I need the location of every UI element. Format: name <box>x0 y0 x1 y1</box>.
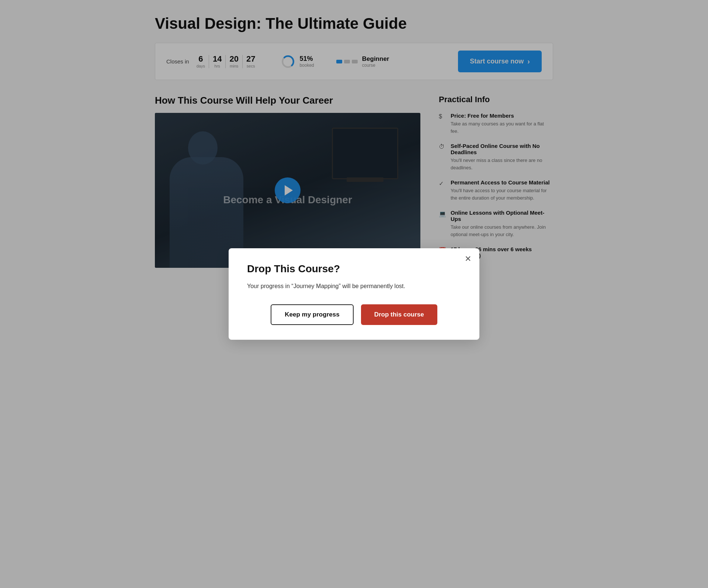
drop-course-modal: ✕ Drop This Course? Your progress in “Jo… <box>229 248 479 340</box>
modal-actions: Keep my progress Drop this course <box>247 304 461 325</box>
modal-title: Drop This Course? <box>247 263 461 275</box>
modal-overlay[interactable]: ✕ Drop This Course? Your progress in “Jo… <box>0 0 708 588</box>
drop-course-button[interactable]: Drop this course <box>361 304 437 325</box>
modal-body: Your progress in “Journey Mapping” will … <box>247 281 461 291</box>
modal-close-button[interactable]: ✕ <box>465 255 471 263</box>
keep-progress-button[interactable]: Keep my progress <box>271 304 353 325</box>
